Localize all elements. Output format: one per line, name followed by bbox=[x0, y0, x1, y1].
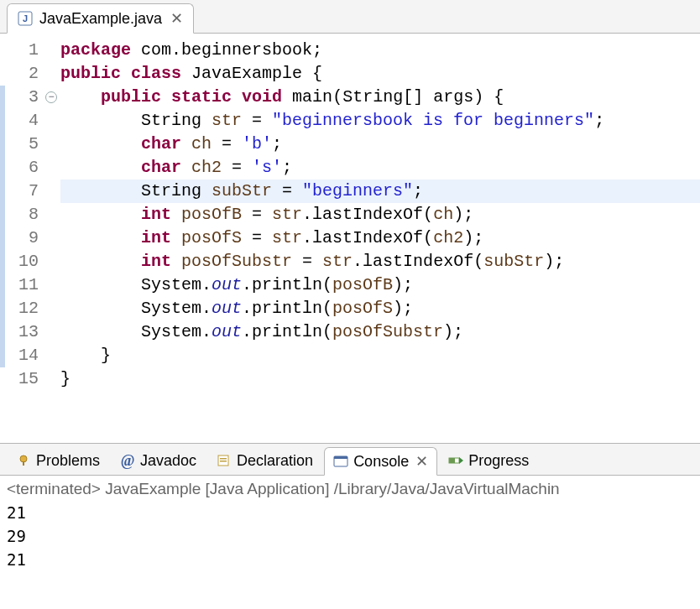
close-icon[interactable]: ✕ bbox=[170, 9, 183, 28]
console-output: 212921 bbox=[7, 501, 693, 571]
line-number: 14 bbox=[7, 344, 39, 367]
svg-point-2 bbox=[20, 455, 27, 462]
tab-label: Problems bbox=[36, 452, 100, 470]
coverage-ruler bbox=[0, 34, 7, 443]
editor-tab-java[interactable]: J JavaExample.java ✕ bbox=[7, 3, 194, 34]
fold-toggle-icon[interactable]: − bbox=[45, 91, 57, 103]
tab-label: Javadoc bbox=[140, 452, 196, 470]
code-line[interactable]: public class JavaExample { bbox=[60, 62, 700, 86]
console-line: 29 bbox=[7, 524, 693, 548]
line-number: 11 bbox=[7, 273, 39, 297]
code-line[interactable]: } bbox=[60, 344, 700, 367]
tab-javadoc[interactable]: @ Javadoc bbox=[111, 446, 206, 475]
line-number: 7 bbox=[7, 180, 39, 203]
code-line[interactable]: int posOfB = str.lastIndexOf(ch); bbox=[60, 203, 700, 226]
code-editor[interactable]: 123456789101112131415 − package com.begi… bbox=[0, 34, 700, 443]
line-number-gutter: 123456789101112131415 bbox=[7, 34, 44, 443]
line-number: 1 bbox=[7, 39, 39, 62]
code-content[interactable]: package com.beginnersbook;public class J… bbox=[60, 34, 700, 443]
code-line[interactable]: System.out.println(posOfB); bbox=[60, 273, 700, 297]
coverage-bar bbox=[0, 86, 5, 367]
declaration-icon bbox=[217, 453, 232, 468]
line-number: 5 bbox=[7, 133, 39, 156]
svg-text:J: J bbox=[23, 13, 28, 23]
svg-marker-11 bbox=[459, 457, 463, 464]
console-status: <terminated> JavaExample [Java Applicati… bbox=[7, 477, 693, 501]
console-line: 21 bbox=[7, 501, 693, 524]
problems-icon bbox=[16, 453, 31, 468]
code-line[interactable]: int posOfS = str.lastIndexOf(ch2); bbox=[60, 226, 700, 250]
svg-rect-8 bbox=[334, 456, 347, 459]
line-number: 6 bbox=[7, 156, 39, 180]
tab-console[interactable]: Console ✕ bbox=[324, 447, 437, 476]
code-line[interactable]: System.out.println(posOfSubstr); bbox=[60, 320, 700, 344]
console-line: 21 bbox=[7, 548, 693, 571]
fold-ruler: − bbox=[44, 34, 60, 443]
line-number: 10 bbox=[7, 250, 39, 273]
svg-rect-10 bbox=[449, 458, 455, 463]
line-number: 8 bbox=[7, 203, 39, 226]
java-file-icon: J bbox=[18, 11, 33, 26]
line-number: 4 bbox=[7, 109, 39, 133]
editor-tab-label: JavaExample.java bbox=[39, 10, 162, 28]
tab-problems[interactable]: Problems bbox=[7, 446, 109, 475]
svg-rect-3 bbox=[23, 461, 24, 466]
bottom-panel: Problems @ Javadoc Declaration Console ✕ bbox=[0, 443, 700, 609]
code-line[interactable]: System.out.println(posOfS); bbox=[60, 297, 700, 320]
tab-label: Declaration bbox=[237, 452, 313, 470]
tab-label: Console bbox=[353, 453, 409, 471]
ide-workbench: J JavaExample.java ✕ 1234567891011121314… bbox=[0, 0, 700, 609]
tab-declaration[interactable]: Declaration bbox=[207, 446, 322, 475]
line-number: 9 bbox=[7, 226, 39, 250]
code-line[interactable]: } bbox=[60, 367, 700, 391]
code-line[interactable]: int posOfSubstr = str.lastIndexOf(subStr… bbox=[60, 250, 700, 273]
code-line[interactable]: char ch = 'b'; bbox=[60, 133, 700, 156]
editor-tabstrip: J JavaExample.java ✕ bbox=[0, 0, 700, 34]
svg-rect-6 bbox=[220, 461, 227, 462]
console-body[interactable]: <terminated> JavaExample [Java Applicati… bbox=[0, 476, 700, 609]
tab-label: Progress bbox=[468, 452, 529, 470]
line-number: 15 bbox=[7, 367, 39, 391]
code-line[interactable]: String str = "beginnersbook is for begin… bbox=[60, 109, 700, 133]
code-line[interactable]: package com.beginnersbook; bbox=[60, 39, 700, 62]
tab-progress[interactable]: Progress bbox=[439, 446, 538, 475]
line-number: 3 bbox=[7, 86, 39, 109]
line-number: 13 bbox=[7, 320, 39, 344]
svg-rect-5 bbox=[220, 458, 227, 460]
progress-icon bbox=[448, 453, 463, 468]
console-icon bbox=[333, 454, 348, 469]
javadoc-icon: @ bbox=[120, 453, 135, 468]
line-number: 2 bbox=[7, 62, 39, 86]
close-icon[interactable]: ✕ bbox=[415, 452, 428, 471]
code-line[interactable]: char ch2 = 's'; bbox=[60, 156, 700, 180]
code-line[interactable]: public static void main(String[] args) { bbox=[60, 86, 700, 109]
bottom-tabstrip: Problems @ Javadoc Declaration Console ✕ bbox=[0, 444, 700, 476]
line-number: 12 bbox=[7, 297, 39, 320]
